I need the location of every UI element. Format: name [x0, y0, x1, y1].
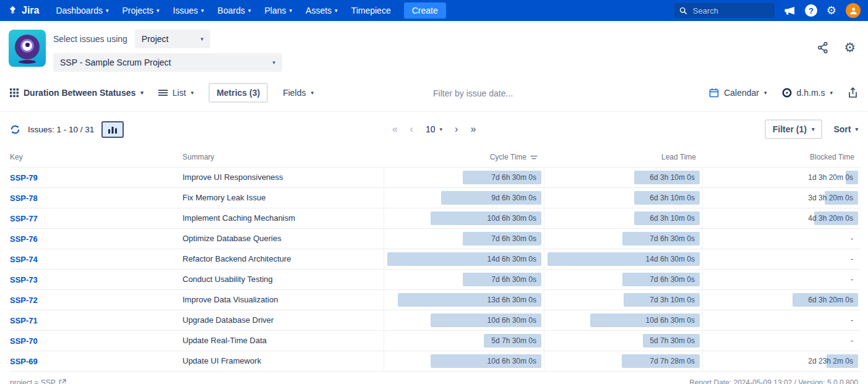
nav-item-issues[interactable]: Issues▾: [166, 0, 211, 21]
share-icon[interactable]: [817, 41, 829, 54]
gear-icon[interactable]: ⚙: [827, 5, 836, 16]
duration-value: 7d 6h 30m 0s: [544, 270, 702, 289]
chevron-down-icon: ▾: [335, 8, 338, 14]
issue-summary: Implement Caching Mechanism: [183, 208, 384, 228]
project-select[interactable]: SSP - Sample Scrum Project ▾: [53, 53, 282, 72]
cycle-time-cell: 13d 6h 30m 0s: [384, 290, 544, 310]
nav-item-plans[interactable]: Plans▾: [258, 0, 299, 21]
issue-summary: Fix Memory Leak Issue: [183, 188, 384, 208]
issue-source-select[interactable]: Project ▾: [135, 30, 210, 48]
view-mode-dropdown[interactable]: List ▾: [158, 88, 194, 98]
issue-key-link[interactable]: SSP-74: [10, 255, 38, 264]
sort-dropdown[interactable]: Sort ▾: [833, 124, 858, 134]
cycle-time-cell: 14d 6h 30m 0s: [384, 249, 544, 269]
col-header-cycle-time[interactable]: Cycle Time: [384, 153, 544, 167]
key-cell: SSP-72: [10, 290, 183, 310]
time-format-dropdown[interactable]: d.h.m.s ▾: [782, 88, 833, 98]
duration-value: -: [703, 249, 861, 269]
issue-key-link[interactable]: SSP-69: [10, 357, 38, 366]
cycle-time-cell: 7d 6h 30m 0s: [384, 168, 544, 187]
nav-menu: Dashboards▾Projects▾Issues▾Boards▾Plans▾…: [49, 0, 397, 21]
chevron-down-icon: ▾: [191, 90, 194, 96]
table-header: Key Summary Cycle Time Lead Time Blocked…: [10, 145, 861, 167]
lead-time-cell: 6d 3h 10m 0s: [544, 208, 702, 228]
metrics-button[interactable]: Metrics (3): [208, 83, 268, 103]
clock-icon: [782, 88, 792, 98]
col-header-blocked-time[interactable]: Blocked Time: [702, 153, 861, 167]
settings-gear-icon[interactable]: ⚙: [844, 41, 856, 54]
blocked-time-cell: -: [702, 249, 861, 269]
pagination-first[interactable]: «: [392, 124, 398, 134]
issue-key-link[interactable]: SSP-79: [10, 173, 38, 182]
page-size-select[interactable]: 10 ▾: [426, 124, 442, 134]
pagination-prev[interactable]: ‹: [410, 124, 413, 134]
issue-date-filter[interactable]: Filter by issue date...: [433, 88, 513, 98]
issue-key-link[interactable]: SSP-71: [10, 316, 38, 325]
blocked-time-cell: 6d 3h 20m 0s: [702, 290, 861, 310]
duration-value: 7d 6h 30m 0s: [544, 229, 702, 249]
pagination-last[interactable]: »: [470, 124, 476, 134]
create-button[interactable]: Create: [404, 2, 446, 19]
calendar-dropdown[interactable]: Calendar ▾: [709, 88, 767, 98]
lead-time-cell: 5d 7h 30m 0s: [544, 331, 702, 351]
nav-item-timepiece[interactable]: Timepiece: [345, 0, 398, 21]
cycle-time-cell: 10d 6h 30m 0s: [384, 351, 544, 371]
duration-value: -: [703, 310, 861, 330]
issue-key-link[interactable]: SSP-77: [10, 214, 38, 223]
chevron-down-icon: ▾: [106, 8, 109, 14]
chevron-down-icon: ▾: [157, 8, 160, 14]
issue-key-link[interactable]: SSP-70: [10, 336, 38, 346]
blocked-time-cell: 2d 23h 2m 0s: [702, 351, 861, 371]
cycle-time-cell: 10d 6h 30m 0s: [384, 310, 544, 330]
pagination-next[interactable]: ›: [455, 124, 458, 134]
nav-item-boards[interactable]: Boards▾: [211, 0, 258, 21]
report-type-dropdown[interactable]: Duration Between Statuses ▾: [10, 88, 144, 98]
col-header-key[interactable]: Key: [10, 153, 183, 167]
issue-key-link[interactable]: SSP-76: [10, 234, 38, 244]
key-cell: SSP-73: [10, 270, 183, 289]
col-header-lead-time[interactable]: Lead Time: [544, 153, 702, 167]
chart-view-toggle[interactable]: [101, 121, 124, 138]
export-icon[interactable]: [848, 87, 858, 98]
search-input[interactable]: [692, 6, 766, 16]
fields-dropdown[interactable]: Fields ▾: [283, 88, 314, 98]
nav-item-projects[interactable]: Projects▾: [116, 0, 166, 21]
external-link-icon[interactable]: [59, 379, 66, 384]
calendar-icon: [709, 88, 719, 98]
filter-button[interactable]: Filter (1) ▾: [765, 119, 823, 139]
nav-item-dashboards[interactable]: Dashboards▾: [49, 0, 115, 21]
pager: « ‹ 10 ▾ › »: [392, 124, 476, 134]
refresh-icon[interactable]: [10, 124, 20, 135]
duration-value: 1d 3h 20m 0s: [703, 168, 861, 187]
avatar[interactable]: [846, 3, 861, 18]
issue-summary: Optimize Database Queries: [183, 229, 384, 249]
lead-time-cell: 7d 3h 10m 0s: [544, 290, 702, 310]
global-search[interactable]: [674, 3, 775, 18]
duration-value: -: [703, 331, 861, 351]
duration-value: -: [703, 270, 861, 289]
brand-label: Jira: [22, 5, 39, 16]
cycle-time-cell: 5d 7h 30m 0s: [384, 331, 544, 351]
bar-chart-icon: [108, 126, 117, 134]
table-row: SSP-74Refactor Backend Architecture14d 6…: [10, 249, 861, 269]
duration-value: 3d 3h 20m 0s: [703, 188, 861, 208]
issue-key-link[interactable]: SSP-72: [10, 296, 38, 305]
blocked-time-cell: -: [702, 331, 861, 351]
help-icon[interactable]: ?: [805, 4, 817, 17]
chevron-down-icon: ▾: [855, 127, 858, 132]
select-issues-label: Select issues using: [53, 34, 127, 44]
column-filter-icon: [530, 155, 538, 160]
jira-logo[interactable]: Jira: [7, 5, 39, 16]
lead-time-cell: 7d 7h 28m 0s: [544, 351, 702, 371]
chevron-down-icon: ▾: [830, 90, 833, 96]
megaphone-icon[interactable]: [784, 6, 796, 16]
lead-time-cell: 14d 6h 30m 0s: [544, 249, 702, 269]
issue-summary: Refactor Backend Architecture: [183, 249, 384, 269]
issue-key-link[interactable]: SSP-73: [10, 275, 38, 284]
duration-value: -: [703, 229, 861, 249]
nav-item-assets[interactable]: Assets▾: [299, 0, 345, 21]
duration-value: 5d 7h 30m 0s: [544, 331, 702, 351]
issue-key-link[interactable]: SSP-78: [10, 194, 38, 203]
duration-value: 14d 6h 30m 0s: [544, 249, 702, 269]
col-header-summary[interactable]: Summary: [183, 153, 384, 167]
